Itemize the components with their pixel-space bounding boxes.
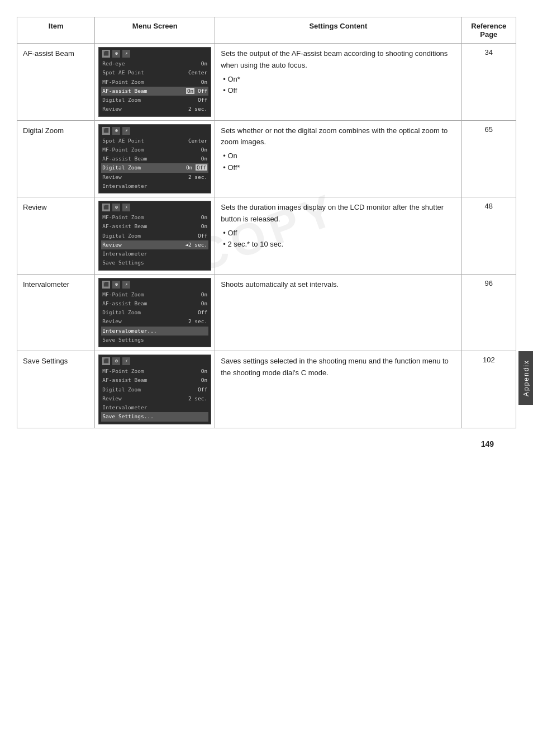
reference-page-cell: 65 [461,120,516,197]
item-cell: AF-assist Beam [17,44,95,121]
settings-description: Saves settings selected in the shooting … [221,356,455,379]
menu-screen-cell: ⬛⚙⚡Red-eyeOnSpot AE PointCenterMF-Point … [95,44,215,121]
reference-page-cell: 34 [461,44,516,121]
settings-content-cell: Sets the duration images display on the … [215,197,461,275]
appendix-label: Appendix [518,351,533,405]
header-item: Item [17,17,95,44]
item-cell: Intervalometer [17,274,95,351]
table-row: Intervalometer⬛⚙⚡MF-Point ZoomOnAF-assis… [17,274,516,351]
item-cell: Review [17,197,95,275]
item-cell: Digital Zoom [17,120,95,197]
menu-screen-cell: ⬛⚙⚡MF-Point ZoomOnAF-assist BeamOnDigita… [95,274,215,351]
table-row: AF-assist Beam⬛⚙⚡Red-eyeOnSpot AE PointC… [17,44,516,121]
header-reference-page: Reference Page [461,17,516,44]
header-menu-screen: Menu Screen [95,17,215,44]
table-row: Review⬛⚙⚡MF-Point ZoomOnAF-assist BeamOn… [17,197,516,275]
reference-page-cell: 102 [461,351,516,428]
menu-screen-cell: ⬛⚙⚡MF-Point ZoomOnAF-assist BeamOnDigita… [95,197,215,275]
settings-bullet: • 2 sec.* to 10 sec. [223,239,455,251]
header-settings-content: Settings Content [215,17,461,44]
settings-content-cell: Sets the output of the AF-assist beam ac… [215,44,461,121]
main-table: Item Menu Screen Settings Content Refere… [17,17,516,428]
menu-screen-cell: ⬛⚙⚡MF-Point ZoomOnAF-assist BeamOnDigita… [95,351,215,428]
table-row: Digital Zoom⬛⚙⚡Spot AE PointCenterMF-Poi… [17,120,516,197]
settings-bullet: • Off* [223,162,455,174]
settings-description: Sets the output of the AF-assist beam ac… [221,48,455,72]
settings-description: Sets the duration images display on the … [221,202,455,225]
settings-bullet: • Off [223,85,455,97]
settings-description: Shoots automatically at set intervals. [221,279,455,291]
menu-screen-cell: ⬛⚙⚡Spot AE PointCenterMF-Point ZoomOnAF-… [95,120,215,197]
settings-bullet: • On [223,150,455,162]
reference-page-cell: 48 [461,197,516,275]
settings-description: Sets whether or not the digital zoom com… [221,125,455,149]
page-number: 149 [17,440,516,448]
settings-content-cell: Saves settings selected in the shooting … [215,351,461,428]
table-row: Save Settings⬛⚙⚡MF-Point ZoomOnAF-assist… [17,351,516,428]
settings-content-cell: Sets whether or not the digital zoom com… [215,120,461,197]
settings-bullet: • On* [223,74,455,86]
reference-page-cell: 96 [461,274,516,351]
settings-bullet: • Off [223,228,455,239]
settings-content-cell: Shoots automatically at set intervals. [215,274,461,351]
item-cell: Save Settings [17,351,95,428]
